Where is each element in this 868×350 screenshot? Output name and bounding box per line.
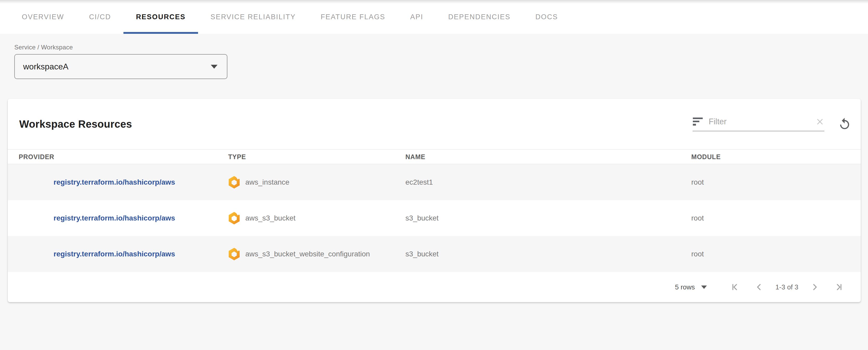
- workspace-selector-label: Service / Workspace: [14, 44, 868, 51]
- tab-resources[interactable]: Resources: [123, 0, 198, 34]
- first-page-icon[interactable]: [730, 283, 739, 291]
- provider-hexagon-icon: [228, 176, 240, 189]
- workspace-selector-group: Service / Workspace workspaceA: [14, 44, 868, 79]
- resource-module-text: root: [683, 178, 861, 186]
- pagination-bar: 5 rows 1-3 of 3: [8, 272, 861, 302]
- filter-icon: [692, 117, 703, 126]
- resource-module-text: root: [683, 214, 861, 222]
- table-row: registry.terraform.io/hashicorp/aws aws_…: [8, 236, 861, 272]
- resource-name-text: s3_bucket: [398, 214, 683, 222]
- provider-hexagon-icon: [228, 247, 240, 261]
- column-header-type: Type: [221, 153, 398, 161]
- column-header-module: Module: [683, 153, 861, 161]
- tab-overview[interactable]: Overview: [9, 0, 77, 34]
- column-header-provider: Provider: [8, 153, 221, 161]
- resource-module-text: root: [683, 250, 861, 258]
- last-page-icon[interactable]: [835, 283, 844, 291]
- refresh-icon[interactable]: [838, 117, 851, 131]
- resource-type-text: aws_instance: [245, 178, 289, 186]
- chevron-right-icon[interactable]: [810, 283, 819, 291]
- card-title: Workspace Resources: [19, 118, 132, 130]
- clear-x-icon[interactable]: [815, 117, 824, 126]
- workspace-resources-card: Workspace Resources: [8, 99, 861, 302]
- filter-field[interactable]: [692, 117, 824, 131]
- provider-link[interactable]: registry.terraform.io/hashicorp/aws: [54, 178, 175, 186]
- tab-docs[interactable]: Docs: [523, 0, 570, 34]
- resource-name-text: ec2test1: [398, 178, 683, 186]
- workspace-select-value: workspaceA: [23, 62, 68, 71]
- filter-area: [692, 117, 851, 131]
- column-header-name: Name: [398, 153, 683, 161]
- table-header-row: Provider Type Name Module: [8, 149, 861, 164]
- chevron-left-icon[interactable]: [755, 283, 764, 291]
- rows-per-page-select[interactable]: 5 rows: [675, 283, 707, 291]
- table-row: registry.terraform.io/hashicorp/aws aws_…: [8, 164, 861, 200]
- card-header: Workspace Resources: [8, 99, 861, 149]
- resource-name-text: s3_bucket: [398, 250, 683, 258]
- workspace-select[interactable]: workspaceA: [14, 54, 227, 79]
- caret-down-icon: [211, 65, 218, 69]
- provider-link[interactable]: registry.terraform.io/hashicorp/aws: [54, 250, 175, 258]
- tab-service-reliability[interactable]: Service Reliability: [198, 0, 308, 34]
- table-row: registry.terraform.io/hashicorp/aws aws_…: [8, 200, 861, 236]
- filter-input[interactable]: [708, 117, 815, 127]
- tab-bar: Overview CI/CD Resources Service Reliabi…: [0, 0, 868, 34]
- resource-type-text: aws_s3_bucket: [245, 214, 296, 222]
- tab-feature-flags[interactable]: Feature Flags: [308, 0, 398, 34]
- pagination-range-label: 1-3 of 3: [775, 283, 798, 291]
- tab-api[interactable]: API: [398, 0, 436, 34]
- caret-down-icon: [701, 286, 707, 289]
- rows-per-page-label: 5 rows: [675, 283, 695, 291]
- provider-link[interactable]: registry.terraform.io/hashicorp/aws: [54, 214, 175, 222]
- resource-type-text: aws_s3_bucket_website_configuration: [245, 250, 370, 258]
- provider-hexagon-icon: [228, 212, 240, 225]
- tab-dependencies[interactable]: Dependencies: [436, 0, 523, 34]
- tab-cicd[interactable]: CI/CD: [77, 0, 124, 34]
